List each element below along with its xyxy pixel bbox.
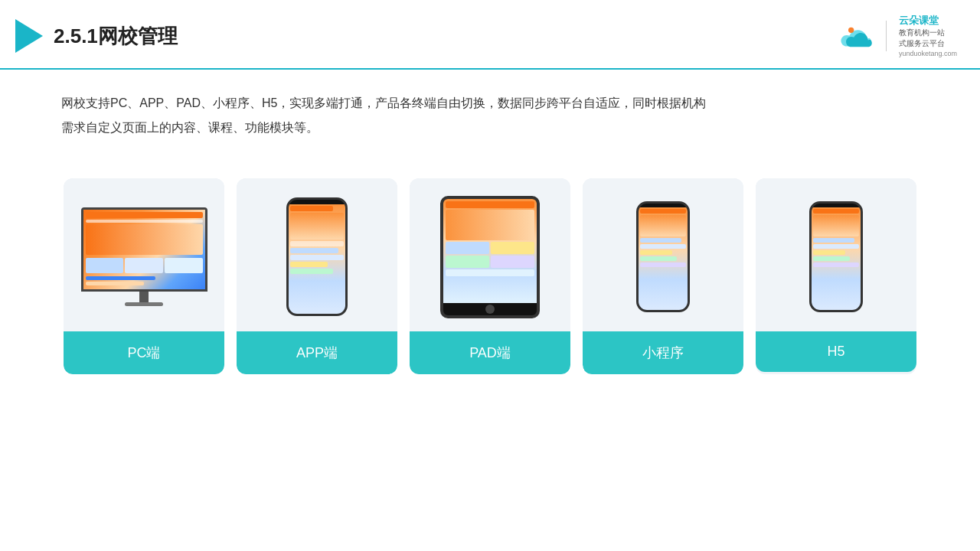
- card-miniprogram: 小程序: [583, 178, 743, 374]
- logo-cloud-icon: [840, 23, 874, 49]
- page-header: 2.5.1网校管理 云朵课堂 教育机构一站 式服务云平台 yunduoketan…: [0, 0, 980, 70]
- description-line1: 网校支持PC、APP、PAD、小程序、H5，实现多端打通，产品各终端自由切换，数…: [61, 91, 919, 116]
- header-right: 云朵课堂 教育机构一站 式服务云平台 yunduoketang.com: [840, 14, 957, 59]
- svg-point-0: [848, 28, 854, 33]
- card-h5: H5: [756, 178, 916, 374]
- header-left: 2.5.1网校管理: [15, 19, 178, 53]
- card-pc: PC端: [64, 178, 224, 374]
- phone-mockup-mini1: [636, 201, 690, 312]
- card-miniprogram-label: 小程序: [583, 331, 743, 374]
- card-app: APP端: [237, 178, 397, 374]
- card-pad-image: [410, 178, 570, 331]
- phone-mockup-h5: [809, 201, 863, 312]
- card-pc-label: PC端: [64, 331, 224, 374]
- card-pc-image: [64, 178, 224, 331]
- tablet-mockup: [440, 196, 540, 318]
- play-icon: [15, 19, 43, 53]
- card-pad-label: PAD端: [410, 331, 570, 374]
- logo-text: 云朵课堂 教育机构一站 式服务云平台 yunduoketang.com: [899, 14, 957, 59]
- card-app-label: APP端: [237, 331, 397, 374]
- logo-divider: [886, 21, 887, 51]
- card-miniprogram-image: [583, 178, 743, 331]
- card-h5-label: H5: [756, 331, 916, 372]
- description-line2: 需求自定义页面上的内容、课程、功能模块等。: [61, 116, 919, 140]
- page-title: 2.5.1网校管理: [54, 23, 178, 50]
- card-app-image: [237, 178, 397, 331]
- card-h5-image: [756, 178, 916, 331]
- card-pad: PAD端: [410, 178, 570, 374]
- pc-mockup: [81, 207, 207, 306]
- description-section: 网校支持PC、APP、PAD、小程序、H5，实现多端打通，产品各终端自由切换，数…: [0, 70, 980, 148]
- cards-section: PC端 APP端: [0, 155, 980, 374]
- phone-mockup-app: [286, 197, 348, 316]
